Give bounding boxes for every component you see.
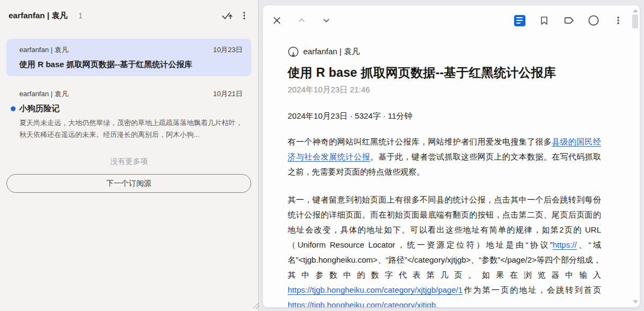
close-article-button[interactable] bbox=[268, 12, 286, 29]
list-more-options-button[interactable] bbox=[236, 7, 253, 24]
article-list-item-selected[interactable]: earfanfan | 袁凡 10月23日 使用 R base 抓取网页数据--… bbox=[6, 39, 251, 76]
feed-favicon-icon bbox=[288, 46, 299, 57]
mark-all-read-button[interactable] bbox=[218, 7, 236, 24]
inline-link[interactable]: https://tjgb.hongheiku.com/category/xjtj… bbox=[288, 285, 463, 294]
previous-article-button[interactable] bbox=[293, 12, 310, 29]
article-item-source: earfanfan | 袁凡 bbox=[19, 45, 69, 55]
mark-unread-button[interactable] bbox=[585, 12, 602, 29]
no-more-items-label: 没有更多项 bbox=[0, 157, 258, 167]
article-item-title-row: 小狗历险记 bbox=[19, 103, 243, 114]
unread-dot-icon bbox=[11, 106, 16, 111]
paragraph-text: 有一个神奇的网站叫红黑统计公报库，网站维护者们用爱发电搜集了很多 bbox=[288, 137, 552, 146]
article-item-preview: 夏天尚未走远，大地仍然翠绿，茂密的草地上疏疏落落地飘着几片枯叶，秋天依稀还在遥远… bbox=[19, 117, 243, 141]
article-item-title: 小狗历险记 bbox=[19, 103, 60, 114]
bookmark-button[interactable] bbox=[536, 12, 553, 29]
article-item-date: 10月21日 bbox=[213, 89, 243, 99]
article-item-date: 10月23日 bbox=[213, 45, 243, 55]
article-item-meta: earfanfan | 袁凡 10月23日 bbox=[19, 45, 243, 55]
circle-icon bbox=[588, 15, 599, 26]
pane-resize-grip[interactable] bbox=[252, 301, 260, 310]
scroll-down-arrow-icon[interactable] bbox=[633, 300, 638, 303]
chevron-down-icon bbox=[322, 16, 331, 25]
article-paragraph-2: 其一，键者留意到初始页面上有很多不同县的统计公报，点击其中一个后会跳转到每份统计… bbox=[288, 192, 601, 307]
article-content: earfanfan | 袁凡 使用 R base 抓取网页数据--基于红黑统计公… bbox=[263, 35, 631, 307]
article-more-options-button[interactable] bbox=[610, 12, 627, 29]
bookmark-icon bbox=[539, 15, 550, 26]
next-feed-button[interactable]: 下一个订阅源 bbox=[6, 174, 251, 193]
article-scrollbar[interactable] bbox=[632, 8, 639, 305]
inline-link[interactable]: https://tjgb.hongheiku.com/category/xjtj… bbox=[288, 300, 436, 307]
paragraph-text: 。 bbox=[436, 300, 444, 307]
scroll-up-arrow-icon[interactable] bbox=[633, 9, 638, 12]
unread-count: 1 bbox=[78, 11, 83, 20]
next-article-button[interactable] bbox=[318, 12, 335, 29]
kebab-menu-icon bbox=[613, 16, 623, 25]
reading-view-icon bbox=[514, 15, 525, 26]
article-title: 使用 R base 抓取网页数据--基于红黑统计公报库 bbox=[288, 64, 601, 81]
article-list-item-unread[interactable]: earfanfan | 袁凡 10月21日 小狗历险记 夏天尚未走远，大地仍然翠… bbox=[6, 83, 251, 147]
toolbar-right-group bbox=[511, 12, 627, 29]
feed-title: earfanfan | 袁凡 bbox=[9, 11, 68, 21]
toolbar-left-group bbox=[268, 12, 335, 29]
article-toolbar bbox=[263, 5, 631, 35]
inline-link[interactable]: https:// bbox=[553, 240, 577, 249]
chevron-up-icon bbox=[297, 16, 306, 25]
scrollbar-thumb[interactable] bbox=[632, 15, 638, 28]
reading-view-toggle-button[interactable] bbox=[511, 12, 528, 29]
article-source-row: earfanfan | 袁凡 bbox=[288, 46, 601, 57]
article-paragraph-1: 有一个神奇的网站叫红黑统计公报库，网站维护者们用爱发电搜集了很多县级的国民经济与… bbox=[288, 134, 601, 179]
article-source-name: earfanfan | 袁凡 bbox=[303, 47, 360, 57]
article-list-pane: earfanfan | 袁凡 1 earfanfan | 袁凡 10月23日 使… bbox=[0, 0, 259, 311]
article-item-title: 使用 R base 抓取网页数据--基于红黑统计公报库 bbox=[19, 59, 243, 70]
article-published-time: 2024年10月23日 21:46 bbox=[288, 85, 601, 95]
paragraph-text: 作为第一页的地址，会跳转到首页 bbox=[463, 285, 601, 294]
article-item-source: earfanfan | 袁凡 bbox=[19, 89, 69, 99]
feed-list-header: earfanfan | 袁凡 1 bbox=[9, 8, 253, 24]
tag-icon bbox=[563, 15, 575, 26]
tag-button[interactable] bbox=[560, 12, 577, 29]
article-meta-line: 2024年10月23日 · 5324字 · 11分钟 bbox=[288, 111, 601, 121]
close-icon bbox=[272, 16, 282, 25]
article-item-meta: earfanfan | 袁凡 10月21日 bbox=[19, 89, 243, 99]
kebab-menu-icon bbox=[239, 11, 249, 20]
mark-all-read-icon bbox=[221, 10, 233, 21]
article-reader-pane: earfanfan | 袁凡 使用 R base 抓取网页数据--基于红黑统计公… bbox=[263, 5, 640, 307]
